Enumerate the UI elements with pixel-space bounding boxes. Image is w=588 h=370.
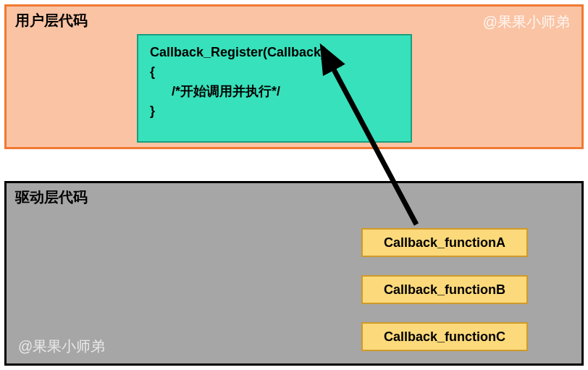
watermark-bottom-left: @果果小师弟 bbox=[18, 337, 105, 356]
driver-layer-title: 驱动层代码 bbox=[15, 188, 88, 207]
user-layer-box: 用户层代码 @果果小师弟 Callback_Register(Callback)… bbox=[4, 4, 584, 149]
callback-function-b-label: Callback_functionB bbox=[384, 282, 505, 298]
code-line-2: { bbox=[150, 62, 399, 82]
watermark-top-right: @果果小师弟 bbox=[483, 12, 570, 32]
code-line-4: } bbox=[150, 101, 399, 121]
callback-function-c-box: Callback_functionC bbox=[361, 322, 528, 351]
user-layer-title: 用户层代码 bbox=[15, 11, 88, 30]
callback-function-c-label: Callback_functionC bbox=[384, 329, 505, 345]
callback-function-a-box: Callback_functionA bbox=[361, 228, 528, 257]
callback-register-code-block: Callback_Register(Callback) { /*开始调用并执行*… bbox=[137, 34, 412, 143]
code-line-3: /*开始调用并执行*/ bbox=[150, 82, 399, 101]
callback-function-b-box: Callback_functionB bbox=[361, 275, 528, 304]
code-line-1: Callback_Register(Callback) bbox=[150, 43, 399, 62]
callback-function-a-label: Callback_functionA bbox=[384, 235, 505, 251]
driver-layer-box: 驱动层代码 @果果小师弟 Callback_functionA Callback… bbox=[4, 181, 584, 366]
